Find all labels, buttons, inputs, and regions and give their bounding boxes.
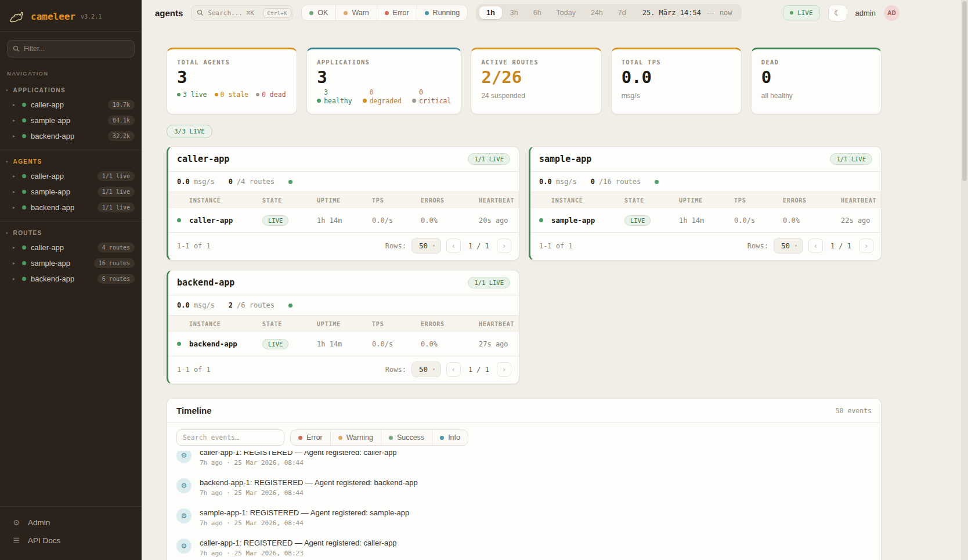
next-page-button[interactable]: ›	[859, 239, 873, 253]
scrollbar-track	[961, 0, 968, 560]
timeline-event[interactable]: ⚙ caller-app-1: REGISTERED — Agent regis…	[176, 451, 872, 472]
next-page-button[interactable]: ›	[497, 362, 511, 377]
rows-per-page-select[interactable]: 50 ▾	[411, 362, 441, 377]
sidebar-item-routes-caller-app[interactable]: ▸ caller-app 4 routes	[0, 240, 142, 255]
range-end-label[interactable]: now	[715, 9, 738, 17]
cell-uptime: 1h 14m	[679, 216, 734, 225]
app-tps-value: 0.0	[177, 301, 190, 309]
error-dot	[298, 436, 302, 440]
sidebar-filter[interactable]	[7, 40, 135, 57]
sidebar-item-api-docs[interactable]: ☰ API Docs	[0, 532, 142, 550]
sidebar-section-applications: ▾ APPLICATIONS ▸ caller-app 10.7k ▸ samp…	[0, 79, 142, 150]
chevron-down-icon: ▾	[6, 231, 8, 236]
col-errors: ERRORS	[421, 197, 479, 204]
scrollbar-thumb[interactable]	[962, 1, 967, 181]
footer-item-label: Admin	[28, 518, 50, 527]
global-search[interactable]: Ctrl+K	[191, 5, 293, 21]
search-input[interactable]	[208, 9, 259, 17]
sidebar-spacer	[0, 292, 142, 506]
theme-toggle-button[interactable]: ☾	[828, 5, 847, 21]
sidebar-item-applications-sample-app[interactable]: ▸ sample-app 84.1k	[0, 113, 142, 128]
sidebar-item-agents-sample-app[interactable]: ▸ sample-app 1/1 live	[0, 184, 142, 200]
stats-row: TOTAL AGENTS 3 3 live 0 stale 0 dead APP…	[167, 48, 882, 114]
row-status-dot	[177, 342, 181, 346]
sidebar-item-applications-caller-app[interactable]: ▸ caller-app 10.7k	[0, 97, 142, 113]
item-label: backend-app	[31, 274, 93, 283]
filter-label: OK	[317, 9, 328, 17]
range-24h[interactable]: 24h	[584, 6, 610, 19]
section-label: AGENTS	[13, 158, 42, 165]
prev-page-button[interactable]: ‹	[446, 362, 461, 377]
range-3h[interactable]: 3h	[503, 6, 525, 19]
item-badge: 1/1 live	[97, 203, 135, 212]
avatar[interactable]: AD	[884, 5, 900, 21]
item-label: caller-app	[31, 172, 93, 180]
row-range-label: 1-1 of 1	[177, 242, 211, 250]
range-separator: —	[707, 9, 714, 17]
timeline-filter-group: Error Warning Success Info	[290, 429, 468, 446]
timeline-event[interactable]: ⚙ sample-app-1: REGISTERED — Agent regis…	[176, 503, 872, 533]
timeline-event[interactable]: ⚙ caller-app-1: REGISTERED — Agent regis…	[176, 533, 872, 560]
chevron-down-icon: ▾	[432, 367, 435, 372]
filter-error[interactable]: Error	[377, 5, 417, 20]
ok-dot	[309, 11, 313, 15]
col-uptime: UPTIME	[317, 321, 372, 327]
table-row[interactable]: backend-app LIVE 1h 14m 0.0/s 0.0% 27s a…	[168, 332, 519, 356]
prev-page-button[interactable]: ‹	[446, 239, 461, 253]
chevron-right-icon: ▸	[13, 133, 17, 139]
status-dot	[22, 134, 26, 138]
table-row[interactable]: caller-app LIVE 1h 14m 0.0/s 0.0% 20s ag…	[168, 208, 519, 233]
range-start-label[interactable]: 25. März 14:54	[634, 9, 706, 17]
filter-label: Error	[306, 433, 323, 442]
stat-label: APPLICATIONS	[317, 59, 451, 66]
section-header-applications[interactable]: ▾ APPLICATIONS	[0, 84, 142, 97]
prev-page-button[interactable]: ‹	[808, 239, 823, 253]
status-dot	[22, 190, 26, 194]
stat-sub: critical	[419, 97, 451, 105]
stat-card-total-agents: TOTAL AGENTS 3 3 live 0 stale 0 dead	[167, 48, 297, 114]
sidebar-item-agents-caller-app[interactable]: ▸ caller-app 1/1 live	[0, 168, 142, 184]
timeline-search-input[interactable]	[176, 429, 284, 446]
live-status-badge[interactable]: LIVE	[783, 5, 820, 20]
status-dot	[22, 118, 26, 122]
sidebar-item-routes-backend-app[interactable]: ▸ backend-app 6 routes	[0, 271, 142, 287]
stat-value: 3	[317, 68, 451, 86]
sidebar-item-routes-sample-app[interactable]: ▸ sample-app 16 routes	[0, 255, 142, 271]
filter-ok[interactable]: OK	[302, 5, 335, 20]
sidebar-item-agents-backend-app[interactable]: ▸ backend-app 1/1 live	[0, 200, 142, 215]
filter-running[interactable]: Running	[417, 5, 468, 20]
timeline-filter-info[interactable]: Info	[432, 430, 468, 445]
item-badge: 1/1 live	[97, 187, 135, 197]
status-filter-group: OK Warn Error Running	[301, 5, 468, 21]
app-card-caller-app: caller-app 1/1 LIVE 0.0 msg/s 0 /4 route…	[167, 146, 519, 261]
range-today[interactable]: Today	[550, 6, 583, 19]
rows-per-page-select[interactable]: 50 ▾	[774, 238, 803, 254]
item-label: backend-app	[31, 132, 103, 140]
filter-input[interactable]	[24, 45, 129, 53]
sidebar-item-applications-backend-app[interactable]: ▸ backend-app 32.2k	[0, 128, 142, 144]
section-header-routes[interactable]: ▾ ROUTES	[0, 226, 142, 240]
timeline-filter-success[interactable]: Success	[381, 430, 432, 445]
range-7d[interactable]: 7d	[611, 6, 633, 19]
app-health-dot	[288, 304, 292, 308]
app-live-badge: 1/1 LIVE	[468, 277, 510, 288]
stat-value: 0.0	[622, 68, 731, 86]
timeline-filter-error[interactable]: Error	[291, 430, 330, 445]
range-1h[interactable]: 1h	[479, 6, 502, 19]
footer-item-label: API Docs	[28, 536, 60, 545]
section-header-agents[interactable]: ▾ AGENTS	[0, 155, 142, 168]
filter-warn[interactable]: Warn	[335, 5, 376, 20]
sidebar-item-admin[interactable]: ⚙ Admin	[0, 514, 142, 532]
chevron-down-icon: ▾	[6, 160, 8, 164]
range-6h[interactable]: 6h	[526, 6, 548, 19]
col-instance: INSTANCE	[189, 197, 262, 204]
next-page-button[interactable]: ›	[497, 239, 511, 253]
table-row[interactable]: sample-app LIVE 1h 14m 0.0/s 0.0% 22s ag…	[530, 208, 881, 233]
menu-icon: ☰	[12, 536, 21, 545]
rows-per-page-select[interactable]: 50 ▾	[411, 238, 441, 254]
timeline-event[interactable]: ⚙ backend-app-1: REGISTERED — Agent regi…	[176, 472, 872, 503]
timeline-filter-warning[interactable]: Warning	[330, 430, 381, 445]
item-badge: 16 routes	[94, 258, 135, 268]
gear-icon: ⚙	[176, 539, 192, 554]
item-label: caller-app	[31, 243, 93, 252]
